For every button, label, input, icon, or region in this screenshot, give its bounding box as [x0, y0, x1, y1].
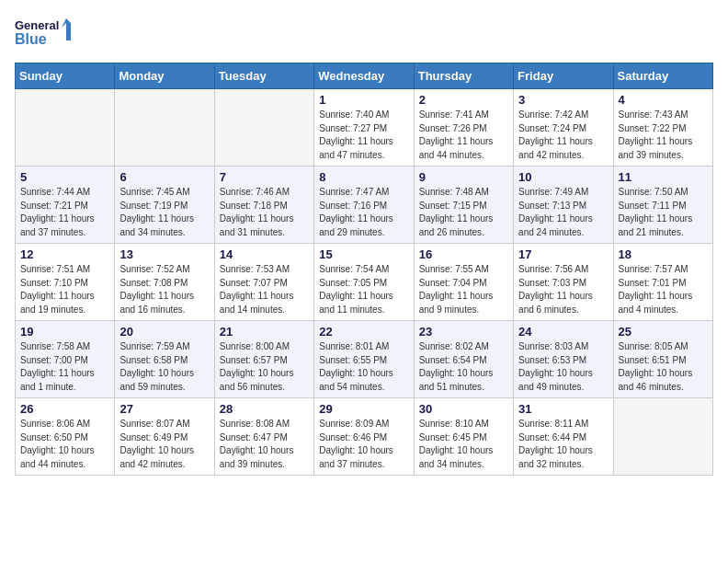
- weekday-header-wednesday: Wednesday: [314, 63, 414, 89]
- day-number: 28: [220, 402, 309, 416]
- day-number: 15: [319, 247, 408, 261]
- day-number: 12: [20, 247, 109, 261]
- weekday-header-tuesday: Tuesday: [214, 63, 313, 89]
- day-cell-14: 14Sunrise: 7:53 AM Sunset: 7:07 PM Dayli…: [214, 244, 313, 321]
- day-cell-30: 30Sunrise: 8:10 AM Sunset: 6:45 PM Dayli…: [414, 398, 513, 476]
- day-number: 22: [319, 325, 408, 339]
- day-info: Sunrise: 7:41 AM Sunset: 7:26 PM Dayligh…: [419, 109, 508, 162]
- day-cell-13: 13Sunrise: 7:52 AM Sunset: 7:08 PM Dayli…: [115, 244, 214, 321]
- day-number: 20: [119, 325, 209, 339]
- day-cell-16: 16Sunrise: 7:55 AM Sunset: 7:04 PM Dayli…: [414, 244, 513, 321]
- day-cell-19: 19Sunrise: 7:58 AM Sunset: 7:00 PM Dayli…: [16, 321, 115, 398]
- day-number: 1: [319, 93, 408, 107]
- day-info: Sunrise: 8:00 AM Sunset: 6:57 PM Dayligh…: [220, 340, 309, 394]
- day-cell-23: 23Sunrise: 8:02 AM Sunset: 6:54 PM Dayli…: [414, 321, 513, 398]
- day-info: Sunrise: 7:59 AM Sunset: 6:58 PM Dayligh…: [119, 340, 209, 394]
- day-cell-8: 8Sunrise: 7:47 AM Sunset: 7:16 PM Daylig…: [314, 167, 414, 244]
- day-cell-15: 15Sunrise: 7:54 AM Sunset: 7:05 PM Dayli…: [314, 244, 414, 321]
- day-cell-2: 2Sunrise: 7:41 AM Sunset: 7:26 PM Daylig…: [414, 89, 513, 167]
- day-number: 19: [20, 325, 109, 339]
- day-cell-26: 26Sunrise: 8:06 AM Sunset: 6:50 PM Dayli…: [16, 398, 115, 476]
- day-info: Sunrise: 7:56 AM Sunset: 7:03 PM Dayligh…: [518, 263, 608, 316]
- day-number: 3: [518, 93, 608, 107]
- day-cell-28: 28Sunrise: 8:08 AM Sunset: 6:47 PM Dayli…: [214, 398, 313, 476]
- day-number: 25: [619, 325, 708, 339]
- day-info: Sunrise: 7:43 AM Sunset: 7:22 PM Dayligh…: [619, 109, 708, 162]
- logo: General Blue: [15, 15, 79, 53]
- day-cell-17: 17Sunrise: 7:56 AM Sunset: 7:03 PM Dayli…: [514, 244, 613, 321]
- day-number: 26: [20, 402, 109, 416]
- day-number: 7: [220, 170, 309, 184]
- day-number: 31: [518, 402, 608, 416]
- day-info: Sunrise: 7:42 AM Sunset: 7:24 PM Dayligh…: [518, 109, 608, 162]
- day-number: 24: [518, 325, 608, 339]
- week-row-3: 12Sunrise: 7:51 AM Sunset: 7:10 PM Dayli…: [16, 244, 713, 321]
- day-info: Sunrise: 8:01 AM Sunset: 6:55 PM Dayligh…: [319, 340, 408, 394]
- day-info: Sunrise: 8:10 AM Sunset: 6:45 PM Dayligh…: [419, 418, 508, 471]
- day-info: Sunrise: 7:44 AM Sunset: 7:21 PM Dayligh…: [20, 186, 109, 239]
- day-info: Sunrise: 7:49 AM Sunset: 7:13 PM Dayligh…: [518, 186, 608, 239]
- day-cell-12: 12Sunrise: 7:51 AM Sunset: 7:10 PM Dayli…: [16, 244, 115, 321]
- day-cell-3: 3Sunrise: 7:42 AM Sunset: 7:24 PM Daylig…: [514, 89, 613, 167]
- day-cell-10: 10Sunrise: 7:49 AM Sunset: 7:13 PM Dayli…: [514, 167, 613, 244]
- day-cell-9: 9Sunrise: 7:48 AM Sunset: 7:15 PM Daylig…: [414, 167, 513, 244]
- day-info: Sunrise: 7:45 AM Sunset: 7:19 PM Dayligh…: [119, 186, 209, 239]
- svg-text:Blue: Blue: [15, 31, 47, 47]
- day-info: Sunrise: 7:50 AM Sunset: 7:11 PM Dayligh…: [619, 186, 708, 239]
- day-cell-5: 5Sunrise: 7:44 AM Sunset: 7:21 PM Daylig…: [16, 167, 115, 244]
- day-info: Sunrise: 7:57 AM Sunset: 7:01 PM Dayligh…: [619, 263, 708, 316]
- day-cell-7: 7Sunrise: 7:46 AM Sunset: 7:18 PM Daylig…: [214, 167, 313, 244]
- day-number: 13: [119, 247, 209, 261]
- day-number: 10: [518, 170, 608, 184]
- day-number: 30: [419, 402, 508, 416]
- day-info: Sunrise: 7:40 AM Sunset: 7:27 PM Dayligh…: [319, 109, 408, 162]
- day-number: 4: [619, 93, 708, 107]
- day-cell-22: 22Sunrise: 8:01 AM Sunset: 6:55 PM Dayli…: [314, 321, 414, 398]
- day-info: Sunrise: 8:08 AM Sunset: 6:47 PM Dayligh…: [220, 418, 309, 471]
- day-number: 23: [419, 325, 508, 339]
- empty-cell: [214, 89, 313, 167]
- day-cell-21: 21Sunrise: 8:00 AM Sunset: 6:57 PM Dayli…: [214, 321, 313, 398]
- week-row-4: 19Sunrise: 7:58 AM Sunset: 7:00 PM Dayli…: [16, 321, 713, 398]
- day-info: Sunrise: 7:46 AM Sunset: 7:18 PM Dayligh…: [220, 186, 309, 239]
- weekday-header-sunday: Sunday: [16, 63, 115, 89]
- day-number: 16: [419, 247, 508, 261]
- day-info: Sunrise: 8:11 AM Sunset: 6:44 PM Dayligh…: [518, 418, 608, 471]
- day-info: Sunrise: 7:53 AM Sunset: 7:07 PM Dayligh…: [220, 263, 309, 316]
- svg-marker-2: [62, 18, 75, 40]
- svg-text:General: General: [15, 18, 59, 32]
- weekday-header-thursday: Thursday: [414, 63, 513, 89]
- day-info: Sunrise: 7:58 AM Sunset: 7:00 PM Dayligh…: [20, 340, 109, 394]
- day-info: Sunrise: 7:51 AM Sunset: 7:10 PM Dayligh…: [20, 263, 109, 316]
- day-number: 2: [419, 93, 508, 107]
- day-info: Sunrise: 8:02 AM Sunset: 6:54 PM Dayligh…: [419, 340, 508, 394]
- day-info: Sunrise: 8:09 AM Sunset: 6:46 PM Dayligh…: [319, 418, 408, 471]
- day-cell-29: 29Sunrise: 8:09 AM Sunset: 6:46 PM Dayli…: [314, 398, 414, 476]
- page-header: General Blue: [15, 15, 713, 53]
- day-info: Sunrise: 8:05 AM Sunset: 6:51 PM Dayligh…: [619, 340, 708, 394]
- day-info: Sunrise: 7:55 AM Sunset: 7:04 PM Dayligh…: [419, 263, 508, 316]
- week-row-1: 1Sunrise: 7:40 AM Sunset: 7:27 PM Daylig…: [16, 89, 713, 167]
- day-cell-27: 27Sunrise: 8:07 AM Sunset: 6:49 PM Dayli…: [115, 398, 214, 476]
- weekday-header-monday: Monday: [115, 63, 214, 89]
- empty-cell: [16, 89, 115, 167]
- day-cell-6: 6Sunrise: 7:45 AM Sunset: 7:19 PM Daylig…: [115, 167, 214, 244]
- day-number: 5: [20, 170, 109, 184]
- day-cell-20: 20Sunrise: 7:59 AM Sunset: 6:58 PM Dayli…: [115, 321, 214, 398]
- day-info: Sunrise: 7:52 AM Sunset: 7:08 PM Dayligh…: [119, 263, 209, 316]
- day-number: 29: [319, 402, 408, 416]
- calendar-table: SundayMondayTuesdayWednesdayThursdayFrid…: [15, 63, 713, 476]
- day-cell-24: 24Sunrise: 8:03 AM Sunset: 6:53 PM Dayli…: [514, 321, 613, 398]
- day-number: 18: [619, 247, 708, 261]
- day-number: 8: [319, 170, 408, 184]
- day-number: 14: [220, 247, 309, 261]
- day-cell-25: 25Sunrise: 8:05 AM Sunset: 6:51 PM Dayli…: [613, 321, 712, 398]
- empty-cell: [613, 398, 712, 476]
- day-info: Sunrise: 8:06 AM Sunset: 6:50 PM Dayligh…: [20, 418, 109, 471]
- day-number: 27: [119, 402, 209, 416]
- day-info: Sunrise: 7:47 AM Sunset: 7:16 PM Dayligh…: [319, 186, 408, 239]
- day-cell-18: 18Sunrise: 7:57 AM Sunset: 7:01 PM Dayli…: [613, 244, 712, 321]
- day-number: 21: [220, 325, 309, 339]
- weekday-header-saturday: Saturday: [613, 63, 712, 89]
- weekday-header-friday: Friday: [514, 63, 613, 89]
